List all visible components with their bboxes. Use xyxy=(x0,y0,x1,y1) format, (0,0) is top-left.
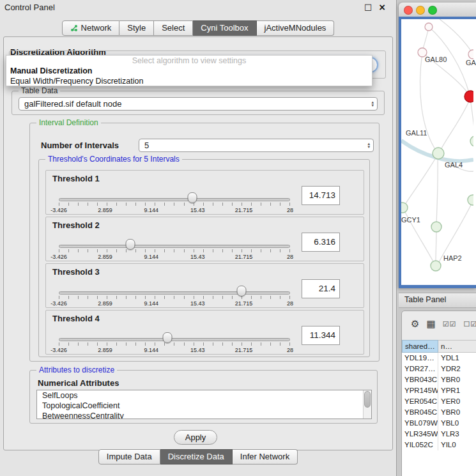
table-row[interactable]: YBR043CYBR0 xyxy=(402,374,476,385)
threshold-value-field[interactable]: 14.713 xyxy=(302,186,340,205)
scale-label: 2.859 xyxy=(98,347,112,353)
scrollbar-thumb[interactable] xyxy=(364,391,371,408)
table-row[interactable]: YER054CYER0 xyxy=(402,396,476,407)
thresholds-group: Threshold's Coordinates for 5 Intervals … xyxy=(38,159,370,357)
network-view-frame: GAL80 GA GAL11 GAL4 GCY1 HAP2 xyxy=(399,17,476,288)
threshold-slider[interactable]: -3.426 2.859 9.144 15.43 21.715 28 xyxy=(59,285,290,308)
slider-track[interactable] xyxy=(59,245,290,248)
select-all-columns-icon[interactable]: ☑☑ xyxy=(443,319,457,329)
network-node[interactable] xyxy=(431,261,441,271)
table-row[interactable]: YDR27…YDR2 xyxy=(402,364,476,374)
list-scrollbar[interactable] xyxy=(363,390,371,418)
network-canvas[interactable]: GAL80 GA GAL11 GAL4 GCY1 HAP2 xyxy=(401,19,476,285)
control-panel-titlebar: Control Panel □ × xyxy=(0,0,396,15)
threshold-value-field[interactable]: 11.344 xyxy=(302,326,340,345)
slider-track[interactable] xyxy=(59,291,290,295)
network-node[interactable] xyxy=(433,148,444,159)
slider-thumb[interactable] xyxy=(163,332,173,343)
spinner-icon: ▴▾ xyxy=(371,101,374,107)
threshold-value-field[interactable]: 21.4 xyxy=(302,279,340,298)
table-row[interactable]: YPR145WYPR1 xyxy=(402,385,476,396)
table-row[interactable]: YBR045CYBR0 xyxy=(402,407,476,418)
float-window-icon[interactable]: □ xyxy=(364,2,372,12)
table-row[interactable]: YLR345WYLR3 xyxy=(402,429,476,440)
select-columns-icon[interactable]: ☐☑ xyxy=(463,319,476,329)
list-item[interactable]: BetweennessCentrality xyxy=(37,411,371,419)
thresholds-group-title: Threshold's Coordinates for 5 Intervals xyxy=(45,155,182,164)
tab-cyni-toolbox[interactable]: Cyni Toolbox xyxy=(193,20,256,36)
table-data-combobox[interactable]: galFiltered.sif default node ▴▾ xyxy=(19,97,378,111)
network-view-window: GAL80 GA GAL11 GAL4 GCY1 HAP2 xyxy=(399,3,476,288)
slider-thumb[interactable] xyxy=(126,239,135,250)
scale-label: 2.859 xyxy=(98,254,112,260)
network-node-selected[interactable] xyxy=(464,91,473,102)
tab-discretize-data[interactable]: Discretize Data xyxy=(160,449,233,464)
number-of-intervals-label: Number of Intervals xyxy=(41,141,119,150)
table-row[interactable]: YDL19…YDL1 xyxy=(402,353,476,364)
scale-label: 28 xyxy=(287,347,293,353)
tab-select[interactable]: Select xyxy=(154,20,193,36)
threshold-slider[interactable]: -3.426 2.859 9.144 15.43 21.715 28 xyxy=(59,332,290,355)
tab-label: Network xyxy=(81,21,112,35)
number-of-intervals-value: 5 xyxy=(144,139,360,151)
scale-label: -3.426 xyxy=(50,207,67,213)
scale-label: 2.859 xyxy=(98,300,112,307)
table-row[interactable]: YBL079WYBL0 xyxy=(402,418,476,429)
threshold-value-field[interactable]: 6.316 xyxy=(302,233,340,252)
tab-label: Select xyxy=(162,21,185,35)
slider-track[interactable] xyxy=(59,198,290,201)
table-data-selected-value: galFiltered.sif default node xyxy=(24,98,364,110)
control-panel-window: Control Panel □ × Network Style Select C… xyxy=(0,0,397,476)
threshold-slider[interactable]: -3.426 2.859 9.144 15.43 21.715 28 xyxy=(59,238,290,261)
tab-label: Infer Network xyxy=(240,450,289,464)
slider-thumb[interactable] xyxy=(187,192,197,203)
network-node[interactable] xyxy=(431,222,441,232)
algorithm-placeholder: Select algorithm to view settings xyxy=(6,56,372,66)
tab-jactivemnodules[interactable]: jActiveMNodules xyxy=(257,20,335,36)
list-item[interactable]: SelfLoops xyxy=(37,390,371,401)
apply-button[interactable]: Apply xyxy=(174,430,217,445)
attributes-group-title: Attributes to discretize xyxy=(36,365,117,374)
scale-label: 15.43 xyxy=(190,347,205,353)
table-panel-toolbar: ⚙ ▦ ☑☑ ☐☑ xyxy=(402,311,476,337)
column-header-name[interactable]: n… xyxy=(438,340,476,353)
columns-icon[interactable]: ▦ xyxy=(426,319,435,329)
cyni-toolbox-panel: Discretization Algorithm Select algorith… xyxy=(3,36,393,450)
mac-zoom-icon[interactable] xyxy=(428,6,437,15)
mac-minimize-icon[interactable] xyxy=(416,6,425,15)
bottom-tab-bar: Impute Data Discretize Data Infer Networ… xyxy=(0,449,396,464)
scale-label: 28 xyxy=(287,254,293,260)
tab-impute-data[interactable]: Impute Data xyxy=(98,449,160,464)
network-node[interactable] xyxy=(470,136,473,146)
slider-ticks xyxy=(59,249,290,252)
tab-label: jActiveMNodules xyxy=(265,21,326,35)
column-header-shared-name[interactable]: shared… xyxy=(402,340,438,353)
window-title: Control Panel xyxy=(4,3,55,12)
network-node[interactable] xyxy=(468,195,473,205)
network-node[interactable] xyxy=(425,23,433,31)
tab-style[interactable]: Style xyxy=(119,20,154,36)
dropdown-option-equal-width[interactable]: Equal Width/Frequency Discretization xyxy=(6,76,372,86)
slider-track[interactable] xyxy=(59,338,290,341)
gear-icon[interactable]: ⚙ xyxy=(411,319,419,329)
network-node[interactable] xyxy=(468,50,473,59)
mac-close-icon[interactable] xyxy=(404,6,413,15)
algorithm-dropdown-popup: Select algorithm to view settings Manual… xyxy=(6,55,372,86)
table-header-row: shared… n… xyxy=(402,340,476,353)
number-of-intervals-combobox[interactable]: 5 ▴▾ xyxy=(139,139,374,152)
slider-ticks xyxy=(59,296,290,299)
list-item[interactable]: TopologicalCoefficient xyxy=(37,401,371,411)
threshold-slider[interactable]: -3.426 2.859 9.144 15.43 21.715 28 xyxy=(59,192,290,215)
table-row[interactable]: YIL052CYIL0 xyxy=(402,440,476,450)
tab-infer-network[interactable]: Infer Network xyxy=(233,449,298,464)
scale-label: -3.426 xyxy=(50,254,67,260)
table-data-group-title: Table Data xyxy=(19,86,60,95)
tab-network[interactable]: Network xyxy=(62,20,120,36)
table-data-group: Table Data galFiltered.sif default node … xyxy=(12,91,385,115)
scale-label: 21.715 xyxy=(235,254,253,260)
slider-ticks xyxy=(59,342,290,346)
close-icon[interactable]: × xyxy=(378,2,386,12)
dropdown-option-manual[interactable]: Manual Discretization xyxy=(6,66,372,76)
slider-thumb[interactable] xyxy=(236,286,246,296)
network-node[interactable] xyxy=(401,203,408,213)
